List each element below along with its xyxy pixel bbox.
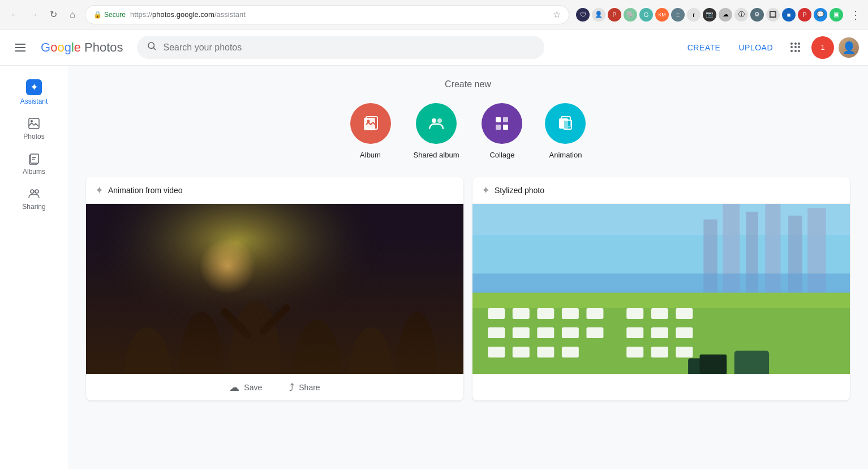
ext-icon-3[interactable]: P — [608, 8, 621, 22]
bookmark-icon[interactable]: ☆ — [553, 9, 561, 20]
browser-chrome: ← → ↻ ⌂ 🔒 Secure https://photos.google.c… — [0, 0, 868, 29]
reload-button[interactable]: ↻ — [45, 7, 61, 23]
ext-icon-10[interactable]: ☁ — [719, 8, 732, 22]
svg-rect-51 — [651, 308, 668, 319]
svg-rect-16 — [496, 117, 501, 122]
ext-icon-13[interactable]: 🔲 — [766, 8, 780, 22]
ext-icon-16[interactable]: 💬 — [814, 8, 827, 22]
svg-rect-18 — [496, 125, 501, 130]
app-container: Google Photos CREATE UPLOAD — [0, 29, 868, 469]
svg-point-15 — [437, 118, 442, 123]
card-stylized-photo: ✦ Stylized photo — [472, 177, 850, 400]
svg-rect-48 — [562, 308, 579, 319]
create-new-section: Create new Album — [86, 79, 850, 159]
ext-icon-6[interactable]: KM — [655, 8, 669, 22]
card-sparkle-icon-1: ✦ — [95, 184, 104, 197]
create-option-animation[interactable]: Animation — [545, 103, 586, 159]
create-option-collage[interactable]: Collage — [482, 103, 522, 159]
album-label: Album — [360, 151, 381, 159]
home-button[interactable]: ⌂ — [65, 7, 80, 23]
svg-rect-50 — [626, 308, 643, 319]
svg-rect-58 — [626, 327, 643, 338]
svg-line-4 — [153, 48, 155, 49]
sidebar: ✦ Assistant Photos — [0, 66, 68, 469]
share-button[interactable]: ⤴ Share — [289, 381, 320, 394]
create-new-title: Create new — [86, 79, 850, 89]
svg-rect-47 — [537, 308, 554, 319]
browser-menu-button[interactable]: ⋮ — [850, 8, 861, 22]
search-bar[interactable] — [137, 36, 544, 59]
url-scheme: https:// — [130, 10, 152, 19]
svg-rect-17 — [503, 117, 508, 122]
browser-nav-buttons: ← → ↻ ⌂ — [7, 7, 80, 23]
secure-text: Secure — [104, 11, 126, 19]
ext-icon-15[interactable]: P — [798, 8, 811, 22]
back-button[interactable]: ← — [7, 7, 23, 23]
svg-point-6 — [31, 120, 33, 122]
ext-icon-5[interactable]: G — [639, 8, 653, 22]
card-animation-title: Animation from video — [108, 186, 183, 195]
svg-rect-54 — [513, 327, 530, 338]
sidebar-item-label-sharing: Sharing — [22, 203, 45, 211]
search-input[interactable] — [164, 42, 535, 53]
notification-button[interactable]: 1 — [811, 36, 834, 59]
svg-rect-70 — [700, 355, 727, 374]
save-label: Save — [244, 383, 262, 392]
ext-icon-9[interactable]: 📷 — [703, 8, 716, 22]
svg-rect-65 — [626, 347, 643, 357]
svg-rect-2 — [15, 50, 25, 52]
logo[interactable]: Google Photos — [41, 40, 123, 55]
sidebar-item-sharing[interactable]: Sharing — [0, 182, 68, 215]
card-stylized-header: ✦ Stylized photo — [472, 177, 850, 204]
svg-rect-52 — [676, 308, 693, 319]
svg-rect-22 — [564, 120, 571, 129]
ext-icon-17[interactable]: ▣ — [830, 8, 843, 22]
ext-icon-1[interactable]: 🛡 — [576, 8, 590, 22]
forward-button[interactable]: → — [26, 7, 42, 23]
ext-icon-7[interactable]: ≡ — [671, 8, 685, 22]
ext-icon-2[interactable]: 👤 — [592, 8, 605, 22]
upload-button[interactable]: UPLOAD — [732, 39, 780, 57]
logo-photos-text: Photos — [84, 40, 123, 55]
url-text: https://photos.google.com/assistant — [130, 10, 546, 19]
create-option-album[interactable]: Album — [350, 103, 391, 159]
cards-grid: ✦ Animation from video — [86, 177, 850, 400]
svg-point-13 — [367, 120, 369, 123]
lock-icon: 🔒 — [93, 11, 102, 19]
svg-rect-61 — [488, 347, 505, 357]
sidebar-item-photos[interactable]: Photos — [0, 112, 68, 145]
ext-icon-8[interactable]: r — [687, 8, 701, 22]
card-animation-header: ✦ Animation from video — [86, 177, 463, 204]
grid-view-button[interactable] — [784, 36, 807, 59]
shared-album-circle — [416, 103, 457, 144]
menu-button[interactable] — [9, 36, 32, 59]
svg-rect-67 — [676, 347, 693, 357]
ext-icon-14[interactable]: ■ — [782, 8, 796, 22]
svg-rect-1 — [15, 47, 25, 48]
search-icon — [147, 41, 157, 54]
address-bar[interactable]: 🔒 Secure https://photos.google.com/assis… — [85, 5, 569, 24]
collage-label: Collage — [489, 151, 514, 159]
svg-point-10 — [35, 190, 38, 193]
svg-rect-69 — [734, 351, 769, 374]
save-button[interactable]: ☁ Save — [229, 381, 262, 394]
create-button[interactable]: CREATE — [681, 39, 728, 57]
svg-rect-66 — [651, 347, 668, 357]
albums-icon — [27, 152, 41, 165]
ext-icon-4[interactable]: 🐘 — [624, 8, 637, 22]
avatar[interactable]: 👤 — [839, 37, 859, 58]
animation-circle — [545, 103, 586, 144]
svg-rect-44 — [472, 293, 850, 308]
sidebar-item-albums[interactable]: Albums — [0, 147, 68, 180]
svg-rect-62 — [513, 347, 530, 357]
card-stylized-title: Stylized photo — [495, 186, 544, 195]
header-actions: CREATE UPLOAD 1 👤 — [681, 36, 859, 59]
hamburger-icon — [15, 44, 25, 52]
ext-icon-12[interactable]: ⚙ — [750, 8, 764, 22]
app-header: Google Photos CREATE UPLOAD — [0, 29, 868, 66]
sidebar-item-assistant[interactable]: ✦ Assistant — [0, 75, 68, 110]
create-option-shared-album[interactable]: Shared album — [414, 103, 459, 159]
card-animation-image — [86, 204, 463, 374]
ext-icon-11[interactable]: ⓘ — [734, 8, 748, 22]
sharing-icon — [27, 187, 41, 201]
